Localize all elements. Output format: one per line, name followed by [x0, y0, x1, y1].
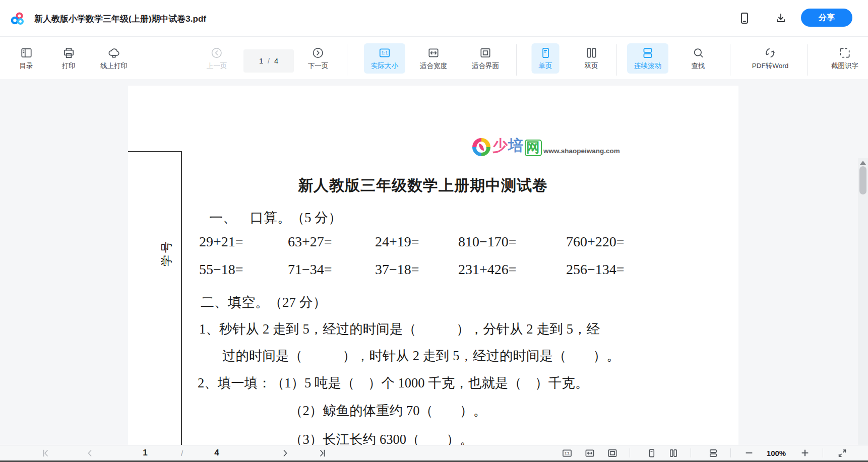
brand-watermark: 少 培 网 www.shaopeiwang.com	[472, 136, 620, 156]
document-title: 新人教版小学数学三年级(上册)期中试卷3.pdf	[34, 13, 206, 25]
zoom-out-button[interactable]	[745, 446, 754, 460]
status-bar: 1 / 4 1:1	[0, 445, 868, 460]
next-page-button[interactable]	[281, 446, 290, 460]
status-separator	[691, 448, 691, 457]
circle-chevron-right-icon	[308, 46, 329, 59]
fill-blank-line: 过的时间是（ ），时针从 2 走到 5，经过的时间是（ ）。	[222, 347, 619, 365]
oral-math-item: 55−18=	[199, 261, 243, 278]
status-page-separator: /	[181, 446, 183, 460]
scroll-up-arrow-icon[interactable]	[860, 161, 866, 165]
toolbar-print-button[interactable]: 打印	[55, 43, 83, 74]
toolbar-prev-page-button[interactable]: 上一页	[200, 43, 234, 74]
exam-title: 新人教版三年级数学上册期中测试卷	[298, 175, 548, 196]
section-two-heading: 二、填空。（27 分）	[201, 293, 327, 311]
toolbar-online-print-button[interactable]: 线上打印	[93, 43, 135, 74]
toolbar-next-page-button[interactable]: 下一页	[301, 43, 336, 74]
page-total: 4	[274, 57, 278, 65]
convert-arrows-icon	[752, 46, 789, 59]
fill-blank-line: （3）长江长约 6300（ ）。	[289, 430, 473, 445]
toolbar-screenshot-ocr-button[interactable]: 截图识字	[824, 43, 865, 74]
seal-line-vertical	[181, 151, 182, 445]
status-continuous-scroll-button[interactable]	[709, 446, 718, 460]
circle-chevron-left-icon	[207, 46, 227, 59]
svg-text:1:1: 1:1	[565, 451, 570, 455]
toolbar-pdf-to-word-button[interactable]: PDF转Word	[745, 43, 796, 74]
scrollbar-thumb[interactable]	[859, 166, 866, 194]
send-to-phone-button[interactable]	[737, 11, 752, 25]
oral-math-item: 231+426=	[458, 261, 517, 278]
oral-math-item: 29+21=	[199, 234, 243, 250]
status-double-page-button[interactable]	[669, 446, 678, 460]
toolbar-separator	[730, 44, 730, 76]
toolbar-page-indicator[interactable]: 1 / 4	[243, 49, 294, 73]
page-separator: /	[268, 57, 270, 65]
toolbar-fit-width-button[interactable]: 适合宽度	[413, 43, 454, 74]
toc-sidebar-icon	[20, 46, 33, 59]
section-one-heading: 一、 口算。（5 分）	[209, 209, 342, 227]
pdf-page-1: 学号 少 培 网 www.shaopeiwang.com 新人教版三年级数学上册…	[128, 86, 738, 445]
fit-width-icon	[420, 46, 447, 59]
oral-math-item: 37−18=	[375, 261, 419, 278]
vertical-scrollbar[interactable]	[858, 158, 868, 445]
zoom-level: 100%	[767, 446, 786, 460]
status-fit-width-button[interactable]	[585, 446, 595, 460]
status-page-current: 1	[143, 446, 147, 460]
share-button[interactable]: 分享	[801, 9, 852, 27]
toolbar-separator	[616, 44, 617, 76]
first-page-button[interactable]	[41, 446, 50, 460]
app-logo-icon	[11, 12, 24, 27]
document-viewport[interactable]: 学号 少 培 网 www.shaopeiwang.com 新人教版三年级数学上册…	[0, 79, 868, 445]
zoom-in-button[interactable]	[800, 446, 810, 460]
status-fit-screen-button[interactable]	[607, 446, 618, 460]
single-page-icon	[539, 46, 552, 59]
oral-math-item: 760+220=	[566, 234, 625, 250]
toolbar-toc-button[interactable]: 目录	[13, 43, 40, 74]
toolbar-find-button[interactable]: 查找	[685, 43, 712, 74]
actual-size-icon: 1:1	[371, 46, 398, 59]
oral-math-item: 71−34=	[288, 261, 332, 278]
toolbar-single-page-button[interactable]: 单页	[532, 43, 560, 74]
last-page-button[interactable]	[318, 446, 328, 460]
header-bar: 新人教版小学数学三年级(上册)期中试卷3.pdf 分享	[0, 0, 868, 37]
toolbar: 目录 打印 线上打印 上一页 1	[0, 36, 868, 79]
status-actual-size-button[interactable]: 1:1	[562, 446, 573, 460]
prev-page-button[interactable]	[85, 446, 95, 460]
download-button[interactable]	[774, 11, 788, 25]
status-separator	[630, 448, 630, 457]
toolbar-actual-size-button[interactable]: 1:1 实际大小	[364, 43, 405, 74]
toolbar-separator	[347, 44, 347, 76]
brand-url: www.shaopeiwang.com	[543, 147, 620, 156]
fit-screen-icon	[472, 46, 499, 59]
oral-math-item: 256−134=	[566, 261, 625, 278]
fill-blank-line: 1、秒针从 2 走到 5，经过的时间是（ ），分针从 2 走到 5，经	[199, 320, 600, 338]
cloud-print-icon	[100, 46, 128, 59]
toolbar-separator	[807, 44, 808, 76]
oral-math-item: 63+27=	[288, 234, 332, 250]
svg-text:1:1: 1:1	[382, 50, 388, 55]
search-icon	[692, 46, 705, 59]
fill-blank-line: （2）鲸鱼的体重约 70（ ）。	[289, 402, 486, 420]
toolbar-separator	[516, 44, 517, 76]
brand-name: 少 培 网	[492, 136, 542, 156]
continuous-scroll-icon	[634, 46, 661, 59]
fullscreen-button[interactable]	[838, 446, 847, 460]
screenshot-crop-icon	[831, 46, 858, 59]
seal-line-horizontal	[128, 151, 181, 152]
double-page-icon	[585, 46, 598, 59]
oral-math-item: 24+19=	[375, 234, 419, 250]
toolbar-double-page-button[interactable]: 双页	[578, 43, 605, 74]
student-id-margin-label: 学号	[159, 238, 172, 268]
page-current: 1	[259, 57, 263, 65]
status-separator	[730, 448, 731, 457]
toolbar-continuous-scroll-button[interactable]: 连续滚动	[627, 43, 668, 74]
fill-blank-line: 2、填一填：（1）5 吨是（ ）个 1000 千克，也就是（ ）千克。	[198, 374, 588, 392]
status-page-total: 4	[214, 446, 219, 460]
toolbar-fit-screen-button[interactable]: 适合界面	[465, 43, 506, 74]
status-single-page-button[interactable]	[647, 446, 657, 460]
shaopeiwang-logo-icon	[472, 138, 490, 156]
printer-icon	[62, 46, 76, 59]
oral-math-item: 810−170=	[458, 234, 517, 250]
status-separator	[823, 448, 823, 457]
